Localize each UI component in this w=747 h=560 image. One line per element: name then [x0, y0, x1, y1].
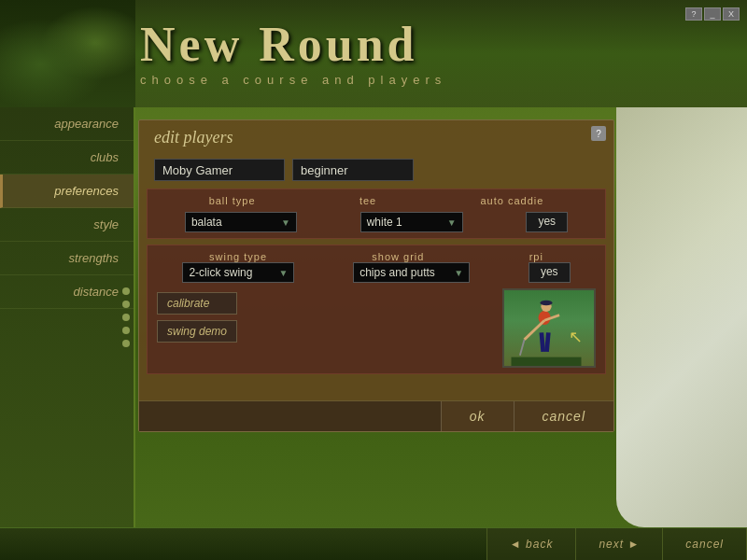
bottom-preferences-section: swing type show grid rpi 2-click swing ▼… — [147, 245, 606, 374]
golfer-thumbnail: ↖ — [502, 288, 596, 368]
bottom-section-header: swing type show grid rpi — [157, 251, 596, 262]
action-buttons-row: calibrate swing demo — [157, 288, 596, 368]
skill-level-input[interactable] — [292, 159, 414, 181]
minimize-button[interactable]: _ — [704, 7, 721, 21]
tee-dropdown[interactable]: white 1 ▼ — [360, 212, 463, 232]
dialog-help-button[interactable]: ? — [591, 126, 606, 141]
page-title: New Round — [140, 21, 446, 69]
corner-buttons: ? _ X — [685, 7, 740, 21]
bottom-cancel-button[interactable]: cancel — [662, 528, 747, 560]
dot-1 — [122, 287, 130, 295]
cancel-button[interactable]: cancel — [514, 401, 613, 431]
tee-label: tee — [359, 195, 376, 206]
cursor-icon: ↖ — [569, 327, 583, 347]
sidebar-item-style[interactable]: style — [0, 208, 134, 242]
ok-button[interactable]: ok — [441, 401, 514, 431]
help-corner-button[interactable]: ? — [685, 7, 702, 21]
svg-rect-0 — [512, 357, 582, 366]
sidebar-item-clubs[interactable]: clubs — [0, 141, 134, 175]
sidebar-item-preferences[interactable]: preferences — [0, 175, 134, 208]
dot-2 — [122, 301, 130, 308]
show-grid-arrow-icon: ▼ — [454, 268, 463, 278]
swing-demo-button[interactable]: swing demo — [157, 320, 237, 343]
edit-players-dialog: edit players ? ball type tee auto caddie… — [138, 119, 614, 432]
dot-5 — [122, 340, 130, 347]
dialog-bottom-buttons: ok cancel — [139, 400, 613, 431]
show-grid-value: chips and putts — [359, 266, 435, 279]
player-name-input[interactable] — [154, 159, 285, 181]
sidebar-item-strengths[interactable]: strengths — [0, 242, 134, 275]
top-controls-row: balata ▼ white 1 ▼ yes — [157, 212, 596, 232]
swing-type-dropdown[interactable]: 2-click swing ▼ — [182, 262, 294, 283]
dot-3 — [122, 314, 130, 321]
svg-rect-4 — [540, 332, 545, 352]
shoe-image — [616, 107, 747, 527]
svg-point-3 — [540, 301, 552, 306]
sidebar-item-appearance[interactable]: appearance — [0, 107, 134, 141]
ball-type-value: balata — [191, 216, 222, 229]
ball-type-label: ball type — [209, 195, 256, 206]
player-name-row — [139, 155, 613, 189]
svg-rect-5 — [544, 332, 550, 352]
auto-caddie-label: auto caddie — [480, 195, 543, 206]
bottom-controls-row: 2-click swing ▼ chips and putts ▼ yes — [157, 262, 596, 283]
dot-4 — [122, 327, 130, 334]
swing-type-value: 2-click swing — [189, 266, 252, 279]
rpi-label: rpi — [529, 251, 543, 262]
auto-caddie-yes-button[interactable]: yes — [526, 212, 568, 232]
tee-value: white 1 — [367, 216, 402, 229]
ball-type-arrow-icon: ▼ — [281, 217, 290, 228]
next-button[interactable]: next ► — [575, 528, 662, 560]
dialog-title: edit players — [139, 120, 613, 155]
ball-type-dropdown[interactable]: balata ▼ — [185, 212, 297, 232]
sidebar-item-distance[interactable]: distance — [0, 275, 134, 309]
calibrate-button[interactable]: calibrate — [157, 292, 237, 315]
bottom-navigation: ◄ back next ► cancel — [0, 527, 747, 560]
show-grid-dropdown[interactable]: chips and putts ▼ — [353, 262, 470, 283]
rpi-yes-button[interactable]: yes — [529, 262, 571, 283]
back-button[interactable]: ◄ back — [486, 528, 576, 560]
left-sidebar: appearance clubs preferences style stren… — [0, 107, 135, 527]
swing-type-label: swing type — [209, 251, 267, 262]
svg-line-8 — [520, 340, 525, 356]
tee-arrow-icon: ▼ — [447, 217, 457, 228]
show-grid-label: show grid — [372, 251, 424, 262]
right-decoration — [616, 107, 747, 527]
swing-type-arrow-icon: ▼ — [278, 268, 288, 278]
top-preferences-section: ball type tee auto caddie balata ▼ white… — [147, 189, 606, 239]
close-button[interactable]: X — [723, 7, 740, 21]
top-section-header: ball type tee auto caddie — [157, 195, 596, 206]
sidebar-dots — [122, 287, 130, 347]
page-subtitle: choose a course and players — [140, 73, 446, 87]
top-left-image — [0, 0, 135, 107]
